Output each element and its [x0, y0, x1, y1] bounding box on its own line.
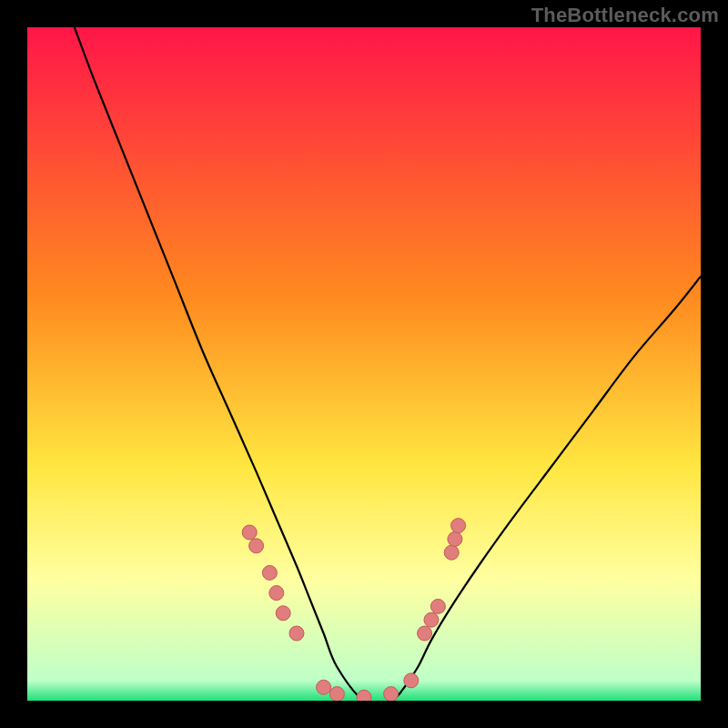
- data-point: [444, 545, 459, 560]
- data-point: [384, 687, 399, 701]
- data-point: [289, 626, 304, 641]
- data-point: [424, 612, 439, 627]
- data-point: [276, 606, 290, 621]
- gradient-background: [27, 27, 701, 701]
- data-point: [269, 586, 284, 601]
- watermark-text: TheBottleneck.com: [531, 4, 719, 27]
- data-point: [242, 525, 257, 540]
- bottleneck-chart: [27, 27, 701, 701]
- data-point: [448, 531, 462, 546]
- data-point: [357, 690, 371, 701]
- data-point: [329, 687, 344, 701]
- data-point: [430, 599, 445, 613]
- data-point: [262, 565, 277, 580]
- data-point: [249, 539, 264, 553]
- plot-area: [27, 27, 701, 701]
- data-point: [418, 626, 432, 641]
- data-point: [317, 680, 331, 694]
- data-point: [404, 673, 419, 688]
- chart-frame: TheBottleneck.com: [0, 0, 728, 728]
- data-point: [451, 519, 466, 533]
